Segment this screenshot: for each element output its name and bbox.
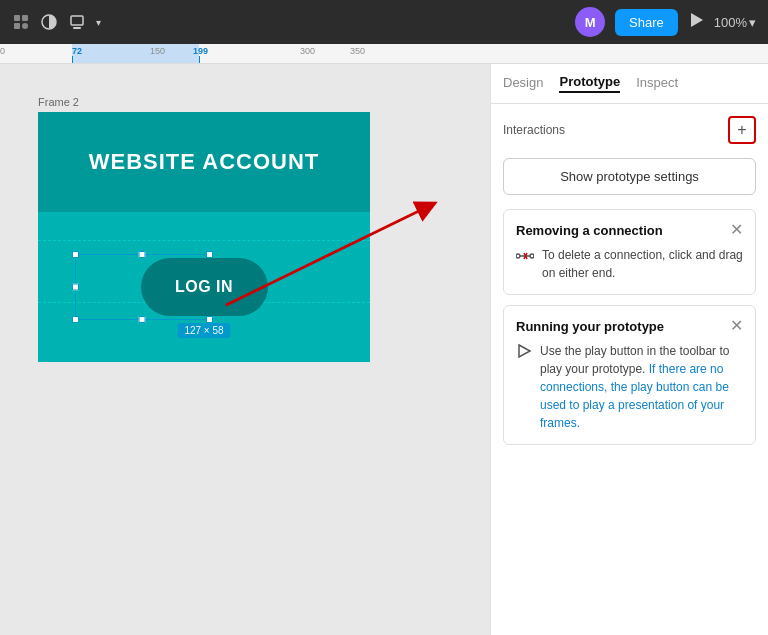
handle-ml[interactable]: [72, 284, 79, 291]
svg-rect-0: [14, 15, 20, 21]
login-button[interactable]: LOG IN: [141, 258, 268, 316]
svg-rect-2: [14, 23, 20, 29]
show-prototype-button[interactable]: Show prototype settings: [503, 158, 756, 195]
toolbar-left: ▾: [12, 13, 101, 31]
zoom-control[interactable]: 100%▾: [714, 15, 756, 30]
panel-content: Interactions + Show prototype settings R…: [491, 104, 768, 635]
share-button[interactable]: Share: [615, 9, 678, 36]
ruler-tick-end: [199, 56, 200, 64]
panel-tabs: Design Prototype Inspect: [491, 64, 768, 104]
svg-rect-5: [71, 16, 83, 25]
ruler-mark-300: 300: [300, 44, 315, 56]
svg-marker-7: [691, 13, 703, 27]
tab-inspect[interactable]: Inspect: [636, 75, 678, 92]
login-button-wrapper: LOG IN 127 × 58: [141, 258, 268, 316]
svg-rect-1: [22, 15, 28, 21]
ruler: 0 72 150 199 300 350: [0, 44, 768, 64]
handle-tl[interactable]: [72, 251, 79, 258]
running-prototype-title: Running your prototype: [516, 319, 664, 334]
play-icon: [516, 343, 532, 363]
size-badge: 127 × 58: [177, 323, 230, 338]
toolbar-right: M Share 100%▾: [575, 7, 756, 37]
ruler-mark-150: 150: [150, 44, 165, 56]
interactions-header: Interactions +: [503, 116, 756, 144]
removing-connection-title: Removing a connection: [516, 223, 663, 238]
running-prototype-header: Running your prototype ✕: [516, 318, 743, 334]
handle-bl[interactable]: [72, 316, 79, 323]
component-icon[interactable]: [68, 13, 86, 31]
removing-connection-body: To delete a connection, click and drag o…: [516, 246, 743, 282]
ruler-mark-350: 350: [350, 44, 365, 56]
svg-marker-15: [519, 345, 530, 357]
play-button[interactable]: [688, 12, 704, 32]
chevron-down-icon[interactable]: ▾: [96, 17, 101, 28]
svg-point-12: [530, 254, 534, 258]
dashed-line-top: [38, 240, 370, 241]
svg-point-11: [516, 254, 520, 258]
tab-design[interactable]: Design: [503, 75, 543, 92]
running-prototype-text: Use the play button in the toolbar to pl…: [540, 342, 743, 432]
handle-br[interactable]: [206, 316, 213, 323]
figma-icon[interactable]: [12, 13, 30, 31]
ruler-mark-72: 72: [72, 44, 82, 56]
svg-point-3: [22, 23, 28, 29]
frame-label: Frame 2: [38, 96, 79, 108]
handle-tr[interactable]: [206, 251, 213, 258]
close-running-prototype[interactable]: ✕: [730, 318, 743, 334]
main-area: Frame 2 WEBSITE ACCOUNT: [0, 64, 768, 635]
right-panel: Design Prototype Inspect Interactions + …: [490, 64, 768, 635]
removing-connection-card: Removing a connection ✕ To delete a con: [503, 209, 756, 295]
frame-body: LOG IN 127 × 58: [38, 212, 370, 362]
removing-connection-header: Removing a connection ✕: [516, 222, 743, 238]
frame-header-text: WEBSITE ACCOUNT: [89, 149, 320, 175]
interactions-label: Interactions: [503, 123, 565, 137]
svg-rect-6: [73, 27, 81, 29]
ruler-tick: [72, 56, 73, 64]
ruler-mark-0: 0: [0, 44, 5, 56]
connection-icon: [516, 247, 534, 269]
user-avatar[interactable]: M: [575, 7, 605, 37]
contrast-icon[interactable]: [40, 13, 58, 31]
ruler-mark-199: 199: [193, 44, 208, 56]
running-prototype-blue-text: If there are no connections, the play bu…: [540, 362, 729, 430]
running-prototype-card: Running your prototype ✕ Use the play bu…: [503, 305, 756, 445]
close-removing-connection[interactable]: ✕: [730, 222, 743, 238]
running-prototype-body: Use the play button in the toolbar to pl…: [516, 342, 743, 432]
add-interaction-button[interactable]: +: [728, 116, 756, 144]
canvas[interactable]: Frame 2 WEBSITE ACCOUNT: [0, 64, 490, 635]
handle-bm[interactable]: [139, 316, 146, 323]
removing-connection-text: To delete a connection, click and drag o…: [542, 246, 743, 282]
toolbar: ▾ M Share 100%▾: [0, 0, 768, 44]
design-frame: WEBSITE ACCOUNT: [38, 112, 370, 362]
handle-tm[interactable]: [139, 251, 146, 258]
tab-prototype[interactable]: Prototype: [559, 74, 620, 93]
frame-header: WEBSITE ACCOUNT: [38, 112, 370, 212]
ruler-highlight: [72, 44, 199, 64]
